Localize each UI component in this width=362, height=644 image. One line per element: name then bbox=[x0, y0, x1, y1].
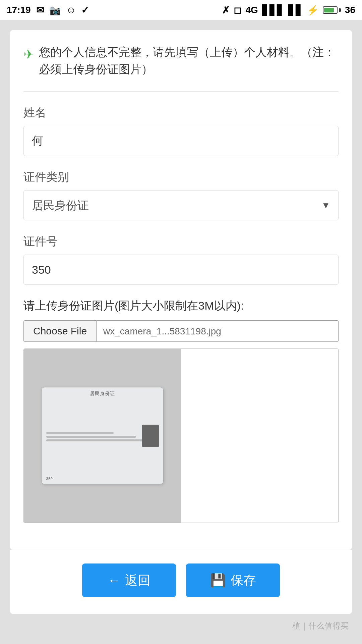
signal-bars-icon: ▋▋▋ bbox=[262, 5, 284, 16]
name-input[interactable] bbox=[23, 126, 339, 156]
chevron-down-icon: ▼ bbox=[321, 200, 330, 211]
preview-image-right bbox=[181, 349, 338, 523]
signal-bars2-icon: ▋▋ bbox=[288, 5, 303, 16]
id-line-1 bbox=[46, 432, 114, 434]
file-input-row: Choose File wx_camera_1...5831198.jpg bbox=[23, 320, 339, 342]
id-number-label: 证件号 bbox=[23, 234, 339, 249]
image-preview-box: 居民身份证 350 bbox=[23, 348, 339, 523]
back-label: 返回 bbox=[125, 572, 150, 589]
id-number-area: 350 bbox=[46, 477, 159, 481]
chat-icon: ☺ bbox=[66, 5, 76, 15]
upload-label: 请上传身份证图片(图片大小限制在3M以内): bbox=[23, 298, 339, 314]
id-line-3 bbox=[46, 439, 147, 441]
lightning-icon: ⚡ bbox=[307, 5, 319, 16]
watermark-text: 植｜什么值得买 bbox=[292, 621, 349, 630]
save-disk-icon: 💾 bbox=[210, 573, 226, 588]
notice-icon: ✈ bbox=[23, 45, 34, 64]
image-icon: 📷 bbox=[49, 5, 61, 16]
id-type-label: 证件类别 bbox=[23, 169, 339, 185]
id-type-select[interactable]: 居民身份证 护照 港澳通行证 bbox=[32, 191, 321, 220]
battery-percent: 36 bbox=[345, 5, 355, 15]
bottom-buttons: ← 返回 💾 保存 bbox=[10, 550, 352, 614]
name-label: 姓名 bbox=[23, 105, 339, 120]
message-icon: ✉ bbox=[36, 5, 44, 16]
status-right: ✗ ◻ 4G ▋▋▋ ▋▋ ⚡ 36 bbox=[222, 5, 355, 16]
upload-section: 请上传身份证图片(图片大小限制在3M以内): Choose File wx_ca… bbox=[23, 298, 339, 523]
id-card-photo bbox=[142, 425, 159, 447]
id-number-input[interactable] bbox=[23, 255, 339, 285]
notice-bar: ✈ 您的个人信息不完整，请先填写（上传）个人材料。（注：必须上传身份证图片） bbox=[23, 44, 339, 78]
status-bar: 17:19 ✉ 📷 ☺ ✓ ✗ ◻ 4G ▋▋▋ ▋▋ ⚡ 36 bbox=[0, 0, 362, 20]
id-card-title: 居民身份证 bbox=[46, 391, 159, 397]
preview-image-left: 居民身份证 350 bbox=[24, 349, 181, 523]
choose-file-button[interactable]: Choose File bbox=[23, 320, 97, 342]
main-card: ✈ 您的个人信息不完整，请先填写（上传）个人材料。（注：必须上传身份证图片） 姓… bbox=[10, 30, 352, 550]
check-icon: ✓ bbox=[81, 5, 89, 16]
watermark: 植｜什么值得买 bbox=[0, 614, 362, 638]
id-card-mock: 居民身份证 350 bbox=[41, 387, 164, 484]
name-group: 姓名 bbox=[23, 105, 339, 156]
save-label: 保存 bbox=[231, 572, 256, 589]
back-button[interactable]: ← 返回 bbox=[82, 564, 176, 597]
battery-icon bbox=[323, 6, 341, 14]
file-name-display: wx_camera_1...5831198.jpg bbox=[97, 320, 339, 342]
id-type-select-wrapper[interactable]: 居民身份证 护照 港澳通行证 ▼ bbox=[23, 190, 339, 220]
bluetooth-icon: ✗ bbox=[222, 5, 230, 16]
back-arrow-icon: ← bbox=[108, 573, 120, 588]
id-type-group: 证件类别 居民身份证 护照 港澳通行证 ▼ bbox=[23, 169, 339, 220]
notice-text: 您的个人信息不完整，请先填写（上传）个人材料。（注：必须上传身份证图片） bbox=[39, 44, 339, 78]
id-number-group: 证件号 bbox=[23, 234, 339, 285]
id-line-2 bbox=[46, 436, 136, 438]
save-button[interactable]: 💾 保存 bbox=[186, 564, 280, 597]
divider bbox=[23, 91, 339, 92]
vibrate-icon: ◻ bbox=[234, 5, 241, 16]
status-left: 17:19 ✉ 📷 ☺ ✓ bbox=[7, 5, 89, 16]
signal-4g-icon: 4G bbox=[245, 5, 258, 15]
time: 17:19 bbox=[7, 5, 31, 15]
